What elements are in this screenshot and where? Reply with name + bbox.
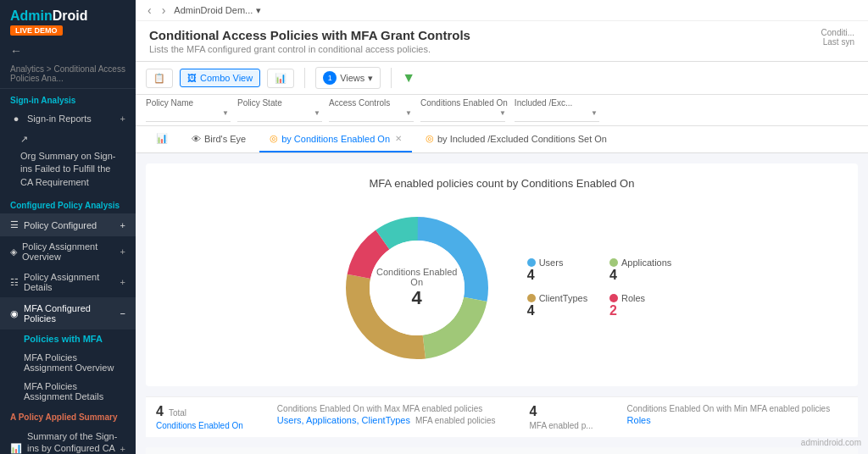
clienttypes-color-dot (527, 294, 536, 302)
filter-button[interactable]: ▼ (402, 70, 415, 86)
nav-right-arrow[interactable]: › (160, 3, 168, 17)
users-color-dot (527, 258, 536, 267)
tab-close-icon[interactable]: ✕ (395, 134, 402, 143)
sidebar-sub-mfa-assignment-overview[interactable]: MFA Policies Assignment Overview (0, 348, 136, 377)
applications-color-dot (609, 258, 618, 267)
stat-max-count: 4 MFA enabled p... (530, 404, 593, 430)
col-conditions-summary: Configured Conditions Summary (586, 447, 858, 454)
included-tab-icon: ◎ (426, 133, 434, 144)
watermark: admindroid.com (801, 438, 861, 447)
min-link[interactable]: Roles (627, 415, 651, 425)
sidebar-item-policy-assignment-details[interactable]: ☷ Policy Assignment Details + (0, 267, 136, 297)
main-content: ‹ › AdminDroid Dem... ▾ Conditional Acce… (136, 0, 868, 454)
policy-configured-icon: ☰ (10, 219, 19, 230)
donut-chart: Conditions Enabled On 4 (332, 203, 502, 373)
tab-conditions-enabled[interactable]: ◎ by Conditions Enabled On ✕ (259, 126, 412, 152)
sidebar-item-org-summary[interactable]: ↗ Org Summary on Sign-ins Failed to Fulf… (0, 129, 136, 194)
chart-button[interactable]: 📊 (267, 69, 294, 88)
toolbar-separator2 (391, 68, 392, 88)
export-button[interactable]: 📋 (146, 69, 173, 88)
views-badge: 1 (323, 71, 337, 85)
filter-conditions-enabled: Conditions Enabled On (420, 98, 508, 122)
legend-applications: Applications 4 (609, 257, 671, 283)
table-header-row: Policy Name ↑ ⋮ Policy State ⋮ Access Co… (146, 447, 858, 454)
stat-total: 4 Total Conditions Enabled On (156, 404, 243, 430)
page-header: Conditional Access Policies with MFA Gra… (136, 21, 868, 62)
legend-roles: Roles 2 (609, 293, 671, 318)
sidebar-sub-mfa-assignment-details[interactable]: MFA Policies Assignment Details (0, 377, 136, 406)
page-title: Conditional Access Policies with MFA Gra… (149, 28, 821, 42)
logo-area: AdminDroid LIVE DEMO (0, 0, 136, 39)
donut-center-value: 4 (375, 287, 459, 309)
roles-color-dot (609, 294, 618, 302)
policy-state-select[interactable] (237, 108, 322, 122)
logo-text: AdminDroid (10, 8, 125, 24)
chart-title: MFA enabled policies count by Conditions… (159, 177, 844, 190)
policy-configured-expand[interactable]: + (120, 220, 125, 230)
sidebar-breadcrumb: Analytics > Conditional Access Policies … (0, 63, 136, 89)
nav-left-arrow[interactable]: ‹ (146, 3, 153, 17)
legend-clienttypes: ClientTypes 4 (527, 293, 589, 318)
assignment-details-icon: ☷ (10, 277, 19, 288)
sidebar-sub-policies-with-mfa[interactable]: Policies with MFA (0, 329, 136, 348)
col-access-controls: Access Controls ⋮ (453, 447, 586, 454)
combo-view-button[interactable]: 🖼 Combo View (180, 69, 260, 87)
expand-icon3[interactable]: + (120, 277, 125, 287)
current-page-label: AdminDroid Dem... (174, 5, 253, 15)
tab-bar-chart[interactable]: 📊 (146, 126, 178, 152)
sidebar-item-mfa-configured[interactable]: ◉ MFA Configured Policies − (0, 297, 136, 329)
section-signin-title: Sign-in Analysis (0, 89, 136, 108)
data-table: Policy Name ↑ ⋮ Policy State ⋮ Access Co… (146, 447, 858, 454)
filter-included-excluded: Included /Exc... (515, 98, 599, 122)
mfa-icon: ◉ (10, 308, 19, 319)
expand-icon4[interactable]: + (120, 444, 125, 454)
section-policy-title: Configured Policy Analysis (0, 194, 136, 213)
expand-icon[interactable]: + (120, 114, 125, 124)
sidebar: AdminDroid LIVE DEMO ← Analytics > Condi… (0, 0, 136, 454)
col-policy-name: Policy Name ↑ ⋮ (146, 447, 345, 454)
dropdown-arrow: ▾ (256, 5, 261, 16)
summary-icon: 📊 (10, 443, 22, 454)
chart-icon: 📊 (275, 73, 287, 84)
legend-users: Users 4 (527, 257, 589, 283)
bar-chart-tab-icon: 📊 (156, 133, 168, 144)
tab-birds-eye[interactable]: 👁 Bird's Eye (181, 127, 256, 152)
org-summary-icon: ↗ (20, 134, 28, 145)
stat-max: Conditions Enabled On with Max MFA enabl… (277, 404, 496, 430)
stats-bar: 4 Total Conditions Enabled On Conditions… (146, 396, 858, 437)
views-button[interactable]: 1 Views ▾ (315, 67, 381, 89)
col-policy-state: Policy State ⋮ (345, 447, 453, 454)
max-link[interactable]: Users, Applications, ClientTypes (277, 415, 410, 425)
table-wrapper: Policy Name ↑ ⋮ Policy State ⋮ Access Co… (146, 447, 858, 454)
export-icon: 📋 (153, 73, 165, 84)
expand-icon2[interactable]: + (120, 246, 125, 257)
sidebar-item-signin-reports[interactable]: ● Sign-in Reports + (0, 108, 136, 129)
assignment-overview-icon: ◈ (10, 246, 17, 257)
toolbar: 📋 🖼 Combo View 📊 1 Views ▾ ▼ (136, 62, 868, 95)
filter-policy-name: Policy Name (146, 98, 231, 122)
donut-center-label: Conditions Enabled On (375, 267, 459, 287)
tab-included-excluded[interactable]: ◎ by Included /Excluded Conditions Set O… (415, 126, 617, 152)
top-nav-bar: ‹ › AdminDroid Dem... ▾ (136, 0, 868, 21)
page-nav-dropdown[interactable]: AdminDroid Dem... ▾ (174, 5, 261, 16)
sidebar-item-summary-signins[interactable]: 📊 Summary of the Sign-ins by Configured … (0, 425, 136, 454)
table-section: Policy Name ↑ ⋮ Policy State ⋮ Access Co… (146, 447, 858, 454)
included-excluded-select[interactable] (515, 108, 599, 122)
sidebar-item-policy-assignment-overview[interactable]: ◈ Policy Assignment Overview + (0, 236, 136, 267)
conditions-tab-icon: ◎ (270, 133, 278, 144)
filter-access-controls: Access Controls (329, 98, 414, 122)
live-demo-badge: LIVE DEMO (10, 25, 63, 36)
sidebar-item-policy-configured[interactable]: ☰ Policy Configured + (0, 213, 136, 236)
access-controls-select[interactable] (329, 108, 414, 122)
conditions-enabled-select[interactable] (420, 108, 505, 122)
chart-legend: Users 4 Applications 4 (527, 257, 672, 318)
signin-reports-icon: ● (10, 114, 22, 124)
filter-policy-state: Policy State (237, 98, 322, 122)
header-left: Conditional Access Policies with MFA Gra… (149, 28, 821, 54)
stat-min: Conditions Enabled On with Min MFA enabl… (627, 404, 831, 430)
combo-view-icon: 🖼 (187, 73, 197, 83)
back-button[interactable]: ← (0, 39, 136, 63)
chart-content: Conditions Enabled On 4 Users 4 (159, 203, 844, 373)
policy-name-select[interactable] (146, 108, 231, 122)
mfa-collapse-icon[interactable]: − (120, 308, 125, 318)
